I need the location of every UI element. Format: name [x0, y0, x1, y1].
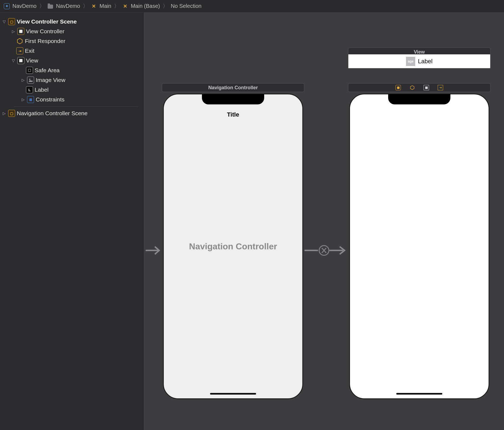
- device-notch: [202, 94, 264, 104]
- disclosure-triangle-icon[interactable]: ▷: [2, 111, 6, 116]
- navigation-bar-title[interactable]: Title: [164, 111, 302, 118]
- outline-label-text: Label: [35, 87, 48, 93]
- scene-header-label: Navigation Controller: [208, 85, 258, 91]
- scene-header-navigation-controller[interactable]: Navigation Controller: [162, 83, 304, 92]
- disclosure-triangle-icon[interactable]: ▷: [11, 29, 16, 34]
- first-responder-icon: [16, 38, 23, 45]
- disclosure-triangle-icon[interactable]: ▷: [21, 97, 25, 102]
- project-icon: ✦: [4, 3, 10, 9]
- outline-exit[interactable]: ⇥ Exit: [0, 46, 143, 56]
- view-controller-icon[interactable]: [395, 85, 401, 90]
- outline-label: View: [26, 57, 38, 64]
- chevron-icon: 〉: [39, 2, 45, 10]
- view-controller-scene[interactable]: [349, 94, 489, 399]
- outline-label: View Controller: [26, 28, 64, 35]
- storyboard-icon: ✕: [122, 3, 128, 9]
- breadcrumb-base[interactable]: Main (Base): [131, 3, 160, 9]
- storyboard-icon: ✕: [91, 3, 97, 9]
- outline-label: View Controller Scene: [17, 18, 77, 25]
- disclosure-triangle-icon[interactable]: ▽: [11, 58, 16, 63]
- device-notch: [388, 94, 450, 104]
- svg-point-0: [29, 79, 30, 80]
- disclosure-triangle-icon[interactable]: ▷: [21, 78, 25, 82]
- safe-area-icon: [26, 67, 33, 74]
- outline-view-controller[interactable]: ▷ View Controller: [0, 27, 143, 36]
- outline-label: Image View: [36, 77, 65, 83]
- outline-label: Navigation Controller Scene: [17, 110, 87, 117]
- navigation-controller-scene[interactable]: Title Navigation Controller: [163, 94, 303, 399]
- outline-label: Safe Area: [35, 67, 60, 74]
- breadcrumb-project[interactable]: NavDemo: [12, 3, 37, 9]
- view-icon[interactable]: [424, 85, 429, 90]
- view-contents-label-row[interactable]: age Label: [348, 54, 490, 68]
- breadcrumb[interactable]: ✦ NavDemo 〉 NavDemo 〉 ✕ Main 〉 ✕ Main (B…: [0, 0, 504, 12]
- outline-safe-area[interactable]: Safe Area: [0, 65, 143, 75]
- image-view-icon: [27, 77, 34, 84]
- image-thumbnail-icon: age: [406, 57, 415, 66]
- breadcrumb-selection[interactable]: No Selection: [171, 3, 201, 9]
- outline-label: First Responder: [25, 38, 65, 44]
- outline-first-responder[interactable]: First Responder: [0, 36, 143, 46]
- label-icon: L: [26, 86, 33, 93]
- folder-icon: [47, 3, 53, 9]
- home-indicator: [210, 393, 256, 395]
- scene-icon: ▢: [8, 110, 15, 117]
- placeholder-text: Navigation Controller: [164, 242, 302, 252]
- constraints-icon: ⊞: [27, 96, 34, 103]
- scene-icon: ▢: [8, 18, 15, 25]
- scene-header-label: View: [414, 49, 425, 55]
- disclosure-triangle-icon[interactable]: ▽: [2, 19, 6, 24]
- outline-separator: [14, 107, 138, 107]
- breadcrumb-folder[interactable]: NavDemo: [56, 3, 80, 9]
- first-responder-icon[interactable]: [410, 85, 415, 90]
- chevron-icon: 〉: [114, 2, 119, 10]
- view-icon: [17, 57, 24, 64]
- exit-icon: ⇥: [16, 47, 23, 54]
- outline-scene-view-controller[interactable]: ▽ ▢ View Controller Scene: [0, 17, 143, 27]
- chevron-icon: 〉: [83, 2, 88, 10]
- outline-scene-navigation-controller[interactable]: ▷ ▢ Navigation Controller Scene: [0, 108, 143, 118]
- outline-image-view[interactable]: ▷ Image View: [0, 75, 143, 85]
- storyboard-canvas[interactable]: Navigation Controller Title Navigation C…: [143, 12, 504, 430]
- exit-icon[interactable]: ⇥: [438, 85, 443, 90]
- outline-label: Constraints: [36, 96, 64, 103]
- outline-label: Exit: [25, 48, 34, 54]
- home-indicator: [396, 393, 442, 395]
- outline-label[interactable]: L Label: [0, 85, 143, 95]
- label-text[interactable]: Label: [418, 58, 433, 65]
- outline-view[interactable]: ▽ View: [0, 56, 143, 65]
- root-view-controller-segue[interactable]: [305, 244, 348, 256]
- scene-dock[interactable]: ⇥: [348, 83, 490, 92]
- view-controller-icon: [17, 28, 24, 35]
- chevron-icon: 〉: [163, 2, 168, 10]
- breadcrumb-storyboard[interactable]: Main: [100, 3, 111, 9]
- initial-view-controller-arrow[interactable]: [145, 245, 162, 256]
- outline-constraints[interactable]: ▷ ⊞ Constraints: [0, 95, 143, 104]
- document-outline[interactable]: ▽ ▢ View Controller Scene ▷ View Control…: [0, 12, 143, 430]
